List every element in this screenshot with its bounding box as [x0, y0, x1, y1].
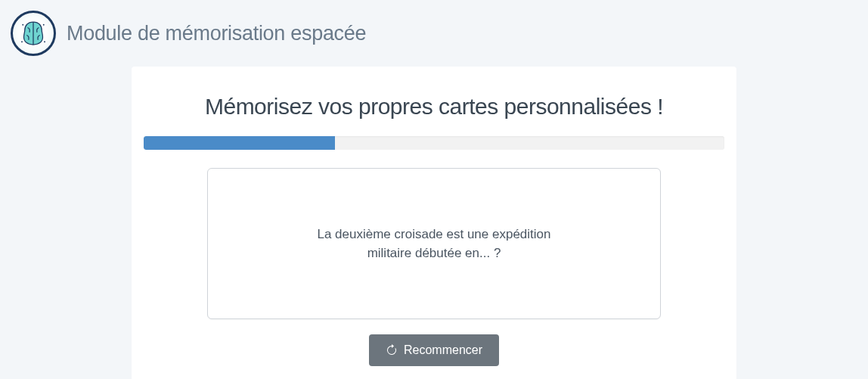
- main-panel: Mémorisez vos propres cartes personnalis…: [132, 67, 736, 379]
- app-logo: [11, 11, 56, 56]
- page-title: Mémorisez vos propres cartes personnalis…: [144, 94, 724, 120]
- brain-icon: [18, 18, 48, 48]
- progress-bar: [144, 136, 724, 150]
- header: Module de mémorisation espacée: [0, 0, 868, 67]
- flashcard-question: La deuxième croisade est une expédition …: [313, 225, 555, 263]
- restart-button[interactable]: Recommencer: [369, 334, 499, 366]
- button-row: Recommencer: [144, 334, 724, 366]
- restart-label: Recommencer: [404, 343, 482, 357]
- restart-icon: [386, 344, 398, 356]
- svg-point-2: [21, 41, 23, 42]
- header-title: Module de mémorisation espacée: [67, 22, 366, 45]
- flashcard[interactable]: La deuxième croisade est une expédition …: [207, 168, 661, 319]
- svg-point-0: [22, 24, 23, 26]
- svg-point-3: [44, 41, 45, 42]
- progress-fill: [144, 136, 335, 150]
- svg-point-1: [43, 24, 45, 26]
